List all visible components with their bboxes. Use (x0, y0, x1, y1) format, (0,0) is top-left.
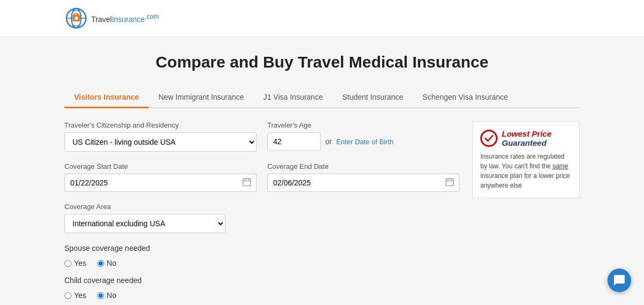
tab-visitors[interactable]: Visitors Insurance (64, 87, 149, 108)
svg-rect-5 (243, 179, 251, 186)
end-date-label: Coverage End Date (267, 162, 459, 170)
age-group: Traveler's Age or Enter Date of Birth (267, 121, 459, 152)
or-text: or (325, 137, 332, 146)
age-row: or Enter Date of Birth (267, 132, 459, 151)
form-area: Traveler's Citizenship and Residency US … (64, 121, 580, 305)
row-spouse: Spouse coverage needed Yes No (64, 244, 459, 267)
guarantee-description: Insurance rates are regulated by law. Yo… (480, 152, 572, 190)
start-date-group: Coverage Start Date (64, 162, 257, 192)
header: TravelInsurance.com (0, 0, 644, 37)
child-yes-option[interactable]: Yes (64, 291, 86, 300)
chat-icon (613, 274, 626, 287)
end-date-calendar-icon[interactable] (445, 178, 454, 188)
spouse-radio-group: Yes No (64, 259, 459, 267)
svg-rect-9 (446, 179, 453, 186)
page-title: Compare and Buy Travel Medical Insurance (64, 53, 580, 71)
age-label: Traveler's Age (267, 121, 459, 129)
coverage-area-select[interactable]: International excluding USA Worldwide in… (64, 214, 225, 233)
tab-j1-visa[interactable]: J1 Visa Insurance (254, 87, 333, 108)
start-date-wrapper (64, 174, 257, 192)
row-citizenship-age: Traveler's Citizenship and Residency US … (64, 121, 459, 152)
price-guarantee-panel: Lowest Price Guaranteed Insurance rates … (472, 121, 580, 305)
logo-travel-text: Travel (91, 15, 112, 24)
tabs-bar: Visitors Insurance New Immigrant Insuran… (64, 87, 580, 108)
tab-schengen[interactable]: Schengen Visa Insurance (413, 87, 517, 108)
child-coverage-label: Child coverage needed (64, 276, 459, 285)
start-date-input[interactable] (64, 174, 257, 192)
spouse-no-option[interactable]: No (97, 259, 116, 267)
spouse-yes-label: Yes (74, 259, 86, 267)
start-date-calendar-icon[interactable] (243, 178, 251, 188)
child-radio-group: Yes No (64, 291, 459, 300)
logo-text: TravelInsurance.com (91, 13, 159, 24)
enter-dob-link[interactable]: Enter Date of Birth (336, 138, 393, 146)
guarantee-line1: Lowest Price (502, 129, 552, 138)
end-date-group: Coverage End Date (267, 162, 459, 192)
row-coverage-area: Coverage Area International excluding US… (64, 203, 459, 233)
end-date-input[interactable] (267, 174, 459, 192)
citizenship-group: Traveler's Citizenship and Residency US … (64, 121, 257, 152)
end-date-wrapper (267, 174, 459, 192)
coverage-area-label: Coverage Area (64, 203, 459, 211)
start-date-label: Coverage Start Date (64, 162, 257, 170)
logo-insurance-text: Insurance (112, 15, 144, 24)
child-no-option[interactable]: No (97, 291, 116, 300)
form-left: Traveler's Citizenship and Residency US … (64, 121, 459, 305)
chat-button[interactable] (608, 269, 631, 292)
citizenship-label: Traveler's Citizenship and Residency (64, 121, 257, 129)
svg-rect-4 (75, 17, 78, 20)
row-child: Child coverage needed Yes No (64, 276, 459, 300)
spouse-yes-option[interactable]: Yes (64, 259, 86, 267)
child-yes-label: Yes (74, 291, 86, 300)
row-dates: Coverage Start Date (64, 162, 459, 192)
tab-student[interactable]: Student Insurance (333, 87, 413, 108)
child-no-label: No (107, 291, 116, 300)
age-input[interactable] (267, 132, 321, 151)
checkmark-icon (480, 130, 497, 147)
tab-new-immigrant[interactable]: New Immigrant Insurance (149, 87, 254, 108)
guarantee-title: Lowest Price Guaranteed (502, 129, 552, 147)
price-guarantee-box: Lowest Price Guaranteed Insurance rates … (472, 121, 580, 198)
guarantee-header: Lowest Price Guaranteed (480, 129, 572, 147)
spouse-no-radio[interactable] (97, 260, 104, 267)
spouse-coverage-label: Spouse coverage needed (64, 244, 459, 252)
coverage-area-group: Coverage Area International excluding US… (64, 203, 459, 233)
child-no-radio[interactable] (97, 292, 104, 299)
logo-icon (64, 6, 88, 30)
spouse-yes-radio[interactable] (64, 260, 71, 267)
spouse-no-label: No (107, 259, 116, 267)
child-yes-radio[interactable] (64, 292, 71, 299)
citizenship-select[interactable]: US Citizen - living outside USA Non US C… (64, 132, 257, 152)
guarantee-same-text: same (552, 162, 568, 170)
logo: TravelInsurance.com (64, 6, 580, 30)
main-content: Compare and Buy Travel Medical Insurance… (54, 37, 590, 305)
guarantee-line2: Guaranteed (502, 138, 552, 147)
logo-com-text: .com (145, 13, 159, 20)
